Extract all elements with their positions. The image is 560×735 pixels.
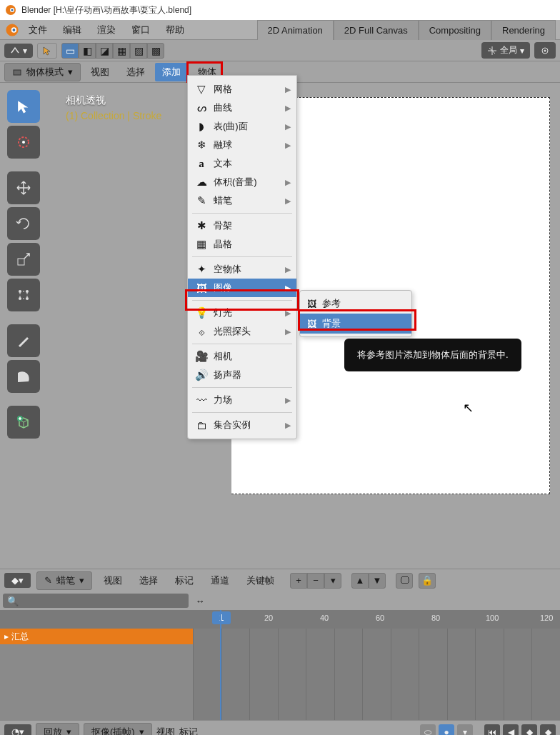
- tab-rendering[interactable]: Rendering: [491, 20, 556, 40]
- svg-point-16: [26, 297, 29, 300]
- add-image[interactable]: 🖼图像▶: [188, 279, 296, 297]
- svg-rect-12: [20, 291, 27, 299]
- select-mode-xor[interactable]: ▨: [130, 43, 147, 59]
- select-mode-and[interactable]: ▩: [147, 43, 164, 59]
- tool-select[interactable]: [7, 90, 40, 123]
- select-mode-tweak[interactable]: ▭: [61, 43, 79, 59]
- tool-measure[interactable]: [7, 360, 40, 393]
- image-bg-icon: 🖼: [307, 319, 316, 329]
- add-metaball[interactable]: ❄融球▶: [188, 136, 296, 154]
- playhead[interactable]: [220, 610, 221, 720]
- menu-help[interactable]: 帮助: [159, 21, 191, 39]
- chevron-down-icon: ▾: [79, 575, 84, 586]
- timeline-editor-dropdown[interactable]: ◔▾: [4, 724, 31, 735]
- add-empty[interactable]: ✦空物体▶: [188, 260, 296, 279]
- pb-view[interactable]: 视图: [156, 726, 175, 736]
- dopesheet-body[interactable]: 🔍 ↔ 1 20 40 60 80 100 120 ▸ 汇总: [0, 591, 560, 720]
- header-add[interactable]: 添加: [155, 63, 188, 81]
- channel-search[interactable]: 🔍: [3, 594, 189, 608]
- playback-popover[interactable]: 回放 ▾: [36, 723, 79, 736]
- autokey-mode[interactable]: ●: [439, 724, 454, 736]
- menu-window[interactable]: 窗口: [124, 21, 157, 39]
- add-mesh[interactable]: ▽网格▶: [188, 80, 296, 99]
- pb-marker[interactable]: 标记: [179, 726, 198, 736]
- add-light[interactable]: 💡灯光▶: [188, 304, 296, 322]
- tool-rotate[interactable]: [7, 207, 40, 240]
- tool-transform[interactable]: [7, 279, 40, 311]
- dopesheet-mode[interactable]: ✎ 蜡笔 ▾: [36, 571, 92, 590]
- tool-move[interactable]: [7, 171, 40, 204]
- image-ref-icon: 🖼: [307, 299, 316, 309]
- add-lattice[interactable]: ▦晶格: [188, 235, 296, 254]
- ds-marker[interactable]: 标记: [169, 571, 199, 590]
- cursor-tool-icon[interactable]: [37, 43, 57, 59]
- tool-add-primitive[interactable]: [7, 406, 40, 439]
- menu-separator: [192, 300, 292, 301]
- menu-edit[interactable]: 编辑: [56, 21, 89, 39]
- add-gpencil[interactable]: ✎蜡笔▶: [188, 191, 296, 210]
- ds-lock-button[interactable]: 🔒: [419, 573, 436, 589]
- add-forcefield[interactable]: 〰力场▶: [188, 391, 296, 409]
- tab-compositing[interactable]: Compositing: [419, 20, 491, 40]
- ds-ghost-button[interactable]: 🖵: [396, 573, 413, 589]
- svg-point-5: [12, 29, 15, 31]
- tool-annotate[interactable]: [7, 324, 40, 357]
- tool-cursor[interactable]: [7, 126, 40, 159]
- chevron-down-icon: ▾: [68, 66, 73, 77]
- header-view[interactable]: 视图: [84, 63, 116, 81]
- summary-channel[interactable]: ▸ 汇总: [0, 629, 193, 644]
- viewport[interactable]: 相机透视 (1) Collection | Stroke ▽网格▶ ᔕ曲线▶ ◗…: [0, 83, 560, 569]
- add-text[interactable]: a文本: [188, 154, 296, 173]
- ds-up-button[interactable]: ▲: [351, 573, 369, 589]
- select-mode-sub[interactable]: ▦: [113, 43, 130, 59]
- tool-settings-dropdown[interactable]: ▾: [4, 44, 33, 58]
- prev-key-button[interactable]: ◀: [503, 724, 519, 736]
- add-collection-instance[interactable]: 🗀集合实例▶: [188, 416, 296, 434]
- add-surface[interactable]: ◗表(曲)面▶: [188, 117, 296, 136]
- current-frame-indicator[interactable]: 1: [212, 611, 231, 624]
- select-mode-add[interactable]: ◪: [96, 43, 113, 59]
- chevron-right-icon: ▶: [285, 178, 291, 187]
- tool-scale[interactable]: [7, 243, 40, 276]
- menu-render[interactable]: 渲染: [90, 21, 123, 39]
- add-curve[interactable]: ᔕ曲线▶: [188, 99, 296, 117]
- editor-type-dropdown[interactable]: ◆▾: [4, 573, 31, 588]
- image-reference[interactable]: 🖼参考: [300, 294, 411, 314]
- play-rev-button[interactable]: ◆: [521, 724, 537, 736]
- add-armature[interactable]: ✱骨架: [188, 216, 296, 235]
- ds-view[interactable]: 视图: [98, 571, 128, 590]
- pivot-dropdown[interactable]: [534, 42, 556, 59]
- image-background[interactable]: 🖼背景: [300, 314, 411, 334]
- ds-keyframe[interactable]: 关键帧: [241, 571, 280, 590]
- play-button[interactable]: ◆: [540, 724, 556, 736]
- header-select[interactable]: 选择: [119, 63, 152, 81]
- add-lightprobe[interactable]: ⟐光照探头▶: [188, 322, 296, 341]
- jump-start-button[interactable]: ⏮: [484, 724, 500, 736]
- orientation-dropdown[interactable]: 全局 ▾: [481, 42, 530, 59]
- select-mode-box[interactable]: ◧: [79, 43, 96, 59]
- tab-2d-full-canvas[interactable]: 2D Full Canvas: [334, 20, 419, 40]
- ds-channel[interactable]: 通道: [205, 571, 235, 590]
- add-volume[interactable]: ☁体积(音量)▶: [188, 173, 296, 191]
- ds-minus-button[interactable]: −: [307, 573, 324, 589]
- drag-handle-icon[interactable]: ↔: [191, 596, 209, 606]
- frame-ruler[interactable]: 1 20 40 60 80 100 120: [0, 610, 560, 629]
- empty-icon: ✦: [195, 263, 208, 276]
- collection-icon: 🗀: [195, 419, 208, 431]
- ds-select[interactable]: 选择: [134, 571, 164, 590]
- tab-2d-animation[interactable]: 2D Animation: [257, 20, 334, 40]
- keying-popover[interactable]: 抠像(插帧) ▾: [84, 723, 152, 736]
- mode-dropdown[interactable]: 物体模式 ▾: [4, 63, 81, 81]
- ds-plus-button[interactable]: +: [290, 573, 307, 589]
- ds-down-button[interactable]: ▼: [369, 573, 386, 589]
- autokey-toggle[interactable]: ⬭: [420, 724, 436, 736]
- menu-file[interactable]: 文件: [21, 21, 54, 39]
- ds-dropdown-button[interactable]: ▾: [324, 573, 341, 589]
- add-speaker[interactable]: 🔊扬声器: [188, 366, 296, 384]
- add-camera[interactable]: 🎥相机: [188, 347, 296, 366]
- mode-label: 物体模式: [26, 66, 64, 79]
- tracks-area[interactable]: [193, 629, 560, 720]
- left-toolbar: [7, 90, 40, 439]
- autokey-dropdown[interactable]: ▾: [457, 724, 473, 736]
- svg-point-15: [19, 297, 21, 300]
